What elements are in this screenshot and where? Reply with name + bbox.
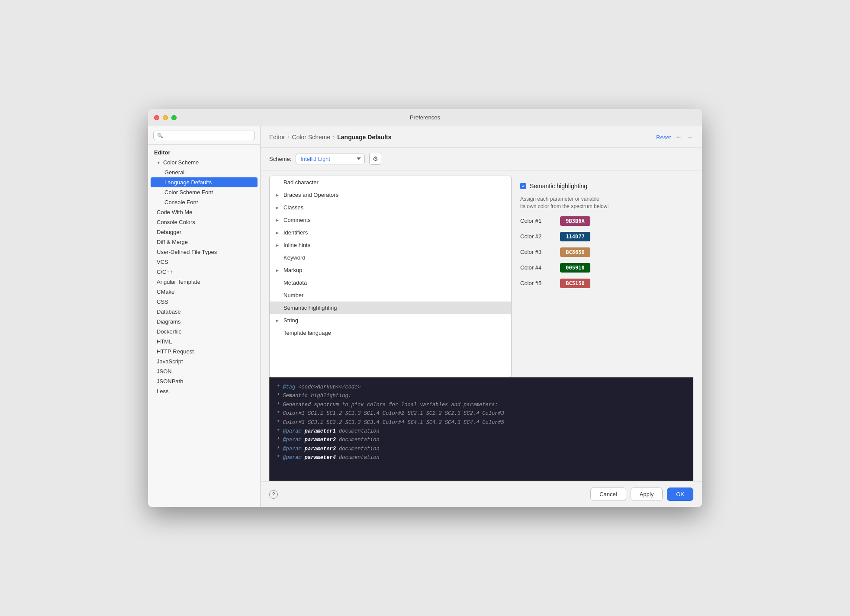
list-item-string[interactable]: ▶ String xyxy=(270,314,511,327)
color-label-5: Color #5 xyxy=(520,280,555,286)
panels-row: Bad character ▶ Braces and Operators ▶ C… xyxy=(261,170,702,377)
chevron-right-icon: ▶ xyxy=(276,193,281,197)
maximize-button[interactable] xyxy=(171,115,177,120)
color-swatch-5[interactable]: BC5150 xyxy=(560,279,590,288)
sidebar-item-user-defined[interactable]: User-Defined File Types xyxy=(148,247,260,257)
sidebar-item-label: Color Scheme Font xyxy=(164,189,213,196)
sidebar-item-json[interactable]: JSON xyxy=(148,366,260,376)
list-item-semantic-highlighting[interactable]: Semantic highlighting xyxy=(270,302,511,314)
list-item-bad-character[interactable]: Bad character xyxy=(270,176,511,189)
breadcrumb-editor: Editor xyxy=(269,134,285,141)
sidebar-item-angular[interactable]: Angular Template xyxy=(148,277,260,287)
list-item-markup[interactable]: ▶ Markup xyxy=(270,264,511,276)
sidebar-item-console-colors[interactable]: Console Colors xyxy=(148,217,260,227)
list-panel: Bad character ▶ Braces and Operators ▶ C… xyxy=(269,176,512,377)
forward-button[interactable]: → xyxy=(686,133,693,141)
list-item-label: Metadata xyxy=(283,279,307,286)
search-input[interactable] xyxy=(166,132,251,138)
list-item-metadata[interactable]: Metadata xyxy=(270,276,511,289)
chevron-right-icon: ▶ xyxy=(276,318,281,323)
preview-line-6: * @param parameter1 documentation xyxy=(277,427,686,436)
scheme-row: Scheme: IntelliJ Light Darcula High cont… xyxy=(261,148,702,170)
list-item-number[interactable]: Number xyxy=(270,289,511,302)
sidebar-item-general[interactable]: General xyxy=(148,167,260,177)
sidebar-item-label: Code With Me xyxy=(157,209,192,215)
search-input-wrapper: 🔍 xyxy=(153,131,255,140)
sidebar-item-less[interactable]: Less xyxy=(148,386,260,396)
color-row-3: Color #3 BC8650 xyxy=(520,247,685,257)
title-bar: Preferences xyxy=(148,109,702,126)
sidebar-item-http-request[interactable]: HTTP Request xyxy=(148,346,260,356)
color-swatch-4[interactable]: 005910 xyxy=(560,263,590,273)
apply-button[interactable]: Apply xyxy=(631,488,663,501)
sidebar-item-color-scheme-font[interactable]: Color Scheme Font xyxy=(148,187,260,197)
color-swatch-2[interactable]: 114D77 xyxy=(560,232,590,241)
list-item-template-language[interactable]: Template language xyxy=(270,327,511,339)
sidebar-item-javascript[interactable]: JavaScript xyxy=(148,356,260,366)
gear-button[interactable]: ⚙ xyxy=(369,153,381,165)
sidebar-item-dockerfile[interactable]: Dockerfile xyxy=(148,327,260,337)
sidebar-item-jsonpath[interactable]: JSONPath xyxy=(148,376,260,386)
sidebar-item-label: CSS xyxy=(157,298,168,305)
preview-line-2: * Semantic highlighting: xyxy=(277,391,686,400)
minimize-button[interactable] xyxy=(163,115,168,120)
back-button[interactable]: ← xyxy=(675,133,682,141)
main-panel: Editor › Color Scheme › Language Default… xyxy=(261,126,702,507)
search-icon: 🔍 xyxy=(157,133,163,138)
sidebar-item-diagrams[interactable]: Diagrams xyxy=(148,317,260,327)
color-label-4: Color #4 xyxy=(520,264,555,271)
breadcrumb-actions: Reset ← → xyxy=(656,133,693,141)
sidebar-item-label: HTTP Request xyxy=(157,348,194,355)
sidebar-item-label: Debugger xyxy=(157,229,181,235)
color-swatch-3[interactable]: BC8650 xyxy=(560,247,590,257)
sidebar-item-diff-merge[interactable]: Diff & Merge xyxy=(148,237,260,247)
color-row-4: Color #4 005910 xyxy=(520,263,685,273)
sidebar-item-database[interactable]: Database xyxy=(148,307,260,317)
sidebar-item-code-with-me[interactable]: Code With Me xyxy=(148,207,260,217)
scheme-select[interactable]: IntelliJ Light Darcula High contrast xyxy=(296,154,365,164)
preview-line-9: * @param parameter4 documentation xyxy=(277,453,686,462)
chevron-right-icon: ▶ xyxy=(276,231,281,235)
list-item-comments[interactable]: ▶ Comments xyxy=(270,214,511,226)
sidebar-item-color-scheme[interactable]: ▼ Color Scheme xyxy=(148,157,260,167)
sidebar-item-console-font[interactable]: Console Font xyxy=(148,197,260,207)
action-bar: ? Cancel Apply OK xyxy=(261,481,702,507)
sidebar-item-language-defaults[interactable]: Language Defaults xyxy=(151,177,258,187)
breadcrumb-bar: Editor › Color Scheme › Language Default… xyxy=(261,126,702,148)
preview-line-1: * @tag <code>Markup<</code> xyxy=(277,383,686,391)
close-button[interactable] xyxy=(154,115,159,120)
list-item-label: Braces and Operators xyxy=(283,192,338,198)
sidebar-item-label: Angular Template xyxy=(157,279,200,285)
list-item-label: Classes xyxy=(283,204,303,211)
list-item-label: Bad character xyxy=(283,179,319,186)
list-item-inline-hints[interactable]: ▶ Inline hints xyxy=(270,239,511,251)
sidebar-item-label: JSON xyxy=(157,368,172,375)
sidebar-item-cmake[interactable]: CMake xyxy=(148,287,260,297)
sidebar-item-cpp[interactable]: C/C++ xyxy=(148,267,260,277)
preferences-window: Preferences 🔍 Editor ▼ Color Scheme G xyxy=(148,109,702,507)
sidebar-item-label: Editor xyxy=(154,149,171,156)
sidebar-item-css[interactable]: CSS xyxy=(148,297,260,307)
list-item-identifiers[interactable]: ▶ Identifiers xyxy=(270,226,511,239)
list-item-label: Number xyxy=(283,292,303,298)
sidebar-item-editor[interactable]: Editor xyxy=(148,148,260,157)
help-button[interactable]: ? xyxy=(269,490,278,499)
cancel-button[interactable]: Cancel xyxy=(590,488,626,501)
sidebar-item-html[interactable]: HTML xyxy=(148,337,260,346)
reset-button[interactable]: Reset xyxy=(656,134,671,141)
list-item-label: Inline hints xyxy=(283,242,310,248)
sidebar-item-debugger[interactable]: Debugger xyxy=(148,227,260,237)
semantic-checkbox[interactable] xyxy=(520,183,526,189)
color-swatch-1[interactable]: 9B3B6A xyxy=(560,216,590,226)
list-item-classes[interactable]: ▶ Classes xyxy=(270,201,511,214)
list-item-keyword[interactable]: Keyword xyxy=(270,251,511,264)
ok-button[interactable]: OK xyxy=(667,488,693,501)
color-row-5: Color #5 BC5150 xyxy=(520,279,685,288)
bottom-bar-left: ? xyxy=(269,490,586,499)
chevron-down-icon: ▼ xyxy=(157,160,161,165)
list-item-label: Keyword xyxy=(283,254,306,261)
sidebar-item-vcs[interactable]: VCS xyxy=(148,257,260,267)
list-item-braces[interactable]: ▶ Braces and Operators xyxy=(270,189,511,201)
sidebar-list: Editor ▼ Color Scheme General Language D… xyxy=(148,145,260,507)
help-icon: ? xyxy=(272,491,275,497)
